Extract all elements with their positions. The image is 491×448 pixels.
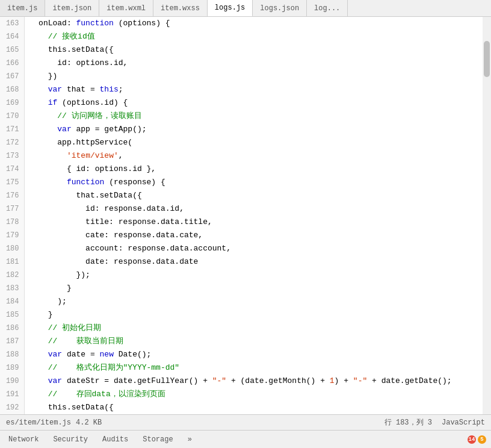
table-row: 189 // 格式化日期为"YYYY-mm-dd" — [0, 361, 483, 375]
line-number: 185 — [0, 308, 24, 322]
line-number: 169 — [0, 96, 24, 110]
table-row: 165 this.setData({ — [0, 43, 483, 57]
table-row: 180 account: response.data.account, — [0, 242, 483, 255]
line-number: 176 — [0, 189, 24, 202]
line-code: var that = this; — [24, 83, 483, 96]
table-row: 181 date: response.data.date — [0, 255, 483, 269]
tab-item-wxml[interactable]: item.wxml — [99, 0, 153, 16]
line-code: id: options.id, — [24, 57, 483, 70]
table-row: 166 id: options.id, — [0, 57, 483, 70]
line-number: 173 — [0, 149, 24, 163]
storage-tab[interactable]: Storage — [139, 434, 176, 445]
table-row: 174 { id: options.id }, — [0, 163, 483, 176]
tab-logs-js[interactable]: logs.js — [208, 0, 253, 17]
line-number: 184 — [0, 295, 24, 308]
tab-item-wxss[interactable]: item.wxss — [153, 0, 208, 16]
table-row: 192 this.setData({ — [0, 401, 483, 414]
bottom-bar: Network Security Audits Storage » 14 5 — [0, 430, 491, 448]
line-number: 167 — [0, 70, 24, 83]
filesize-label: 4.2 KB — [76, 418, 102, 427]
line-code: date: response.data.date — [24, 255, 483, 269]
line-number: 182 — [0, 269, 24, 282]
table-row: 179 cate: response.data.cate, — [0, 229, 483, 242]
status-left: es/item/item.js 4.2 KB — [6, 418, 102, 427]
error-badge: 14 5 — [468, 435, 486, 444]
tab-bar: item.js item.json item.wxml item.wxss lo… — [0, 0, 491, 17]
line-number: 164 — [0, 30, 24, 43]
error-count-icon: 14 — [468, 435, 476, 444]
scrollbar[interactable] — [483, 17, 491, 414]
line-number: 163 — [0, 17, 24, 30]
line-number: 190 — [0, 375, 24, 388]
line-code: id: response.data.id, — [24, 202, 483, 216]
line-number: 170 — [0, 110, 24, 123]
table-row: 164 // 接收id值 — [0, 30, 483, 43]
table-row: 172 app.httpService( — [0, 136, 483, 149]
line-number: 188 — [0, 348, 24, 361]
line-code: cate: response.data.cate, — [24, 229, 483, 242]
line-code: this.setData({ — [24, 43, 483, 57]
line-code: 'item/view', — [24, 149, 483, 163]
error-count: 14 — [469, 437, 475, 443]
line-number: 171 — [0, 123, 24, 136]
table-row: 176 that.setData({ — [0, 189, 483, 202]
table-row: 167 }) — [0, 70, 483, 83]
table-row: 187 // 获取当前日期 — [0, 335, 483, 348]
network-tab[interactable]: Network — [5, 434, 42, 445]
tab-logs-json[interactable]: logs.json — [253, 0, 307, 16]
line-code: // 存回data，以渲染到页面 — [24, 388, 483, 401]
table-row: 168 var that = this; — [0, 83, 483, 96]
line-code: app.httpService( — [24, 136, 483, 149]
line-code: this.setData({ — [24, 401, 483, 414]
line-code: }) — [24, 70, 483, 83]
table-row: 184 ); — [0, 295, 483, 308]
line-number: 178 — [0, 216, 24, 229]
table-row: 183 } — [0, 282, 483, 295]
table-row: 175 function (response) { — [0, 176, 483, 189]
line-number: 180 — [0, 242, 24, 255]
tab-item-js[interactable]: item.js — [0, 0, 45, 16]
table-row: 188 var date = new Date(); — [0, 348, 483, 361]
table-row: 169 if (options.id) { — [0, 96, 483, 110]
status-right: 行 183，列 3 JavaScript — [384, 417, 485, 428]
line-number: 177 — [0, 202, 24, 216]
line-number: 165 — [0, 43, 24, 57]
status-bar: es/item/item.js 4.2 KB 行 183，列 3 JavaScr… — [0, 414, 491, 430]
warning-count-icon: 5 — [478, 435, 486, 444]
line-code: } — [24, 282, 483, 295]
line-code: // 接收id值 — [24, 30, 483, 43]
line-code: if (options.id) { — [24, 96, 483, 110]
line-number: 168 — [0, 83, 24, 96]
line-number: 166 — [0, 57, 24, 70]
cursor-position: 行 183，列 3 — [384, 417, 432, 428]
line-code: account: response.data.account, — [24, 242, 483, 255]
security-tab[interactable]: Security — [49, 434, 91, 445]
line-code: // 初始化日期 — [24, 322, 483, 335]
table-row: 186 // 初始化日期 — [0, 322, 483, 335]
line-code: title: response.data.title, — [24, 216, 483, 229]
line-number: 181 — [0, 255, 24, 269]
line-number: 183 — [0, 282, 24, 295]
code-table: 163 onLoad: function (options) { 164 // … — [0, 17, 483, 414]
line-code: { id: options.id }, — [24, 163, 483, 176]
table-row: 191 // 存回data，以渲染到页面 — [0, 388, 483, 401]
tab-item-json[interactable]: item.json — [45, 0, 99, 16]
line-code: onLoad: function (options) { — [24, 17, 483, 30]
table-row: 182 }); — [0, 269, 483, 282]
audits-tab[interactable]: Audits — [99, 434, 132, 445]
language-label: JavaScript — [442, 418, 485, 427]
line-code: // 格式化日期为"YYYY-mm-dd" — [24, 361, 483, 375]
code-content[interactable]: 163 onLoad: function (options) { 164 // … — [0, 17, 483, 414]
tab-logs-partial[interactable]: log... — [307, 0, 348, 16]
line-code: }); — [24, 269, 483, 282]
table-row: 178 title: response.data.title, — [0, 216, 483, 229]
line-number: 189 — [0, 361, 24, 375]
scrollbar-thumb[interactable] — [484, 41, 490, 77]
table-row: 173 'item/view', — [0, 149, 483, 163]
table-row: 170 // 访问网络，读取账目 — [0, 110, 483, 123]
line-code: var dateStr = date.getFullYear() + "-" +… — [24, 375, 483, 388]
line-number: 172 — [0, 136, 24, 149]
more-tabs[interactable]: » — [184, 434, 196, 445]
line-number: 179 — [0, 229, 24, 242]
table-row: 171 var app = getApp(); — [0, 123, 483, 136]
